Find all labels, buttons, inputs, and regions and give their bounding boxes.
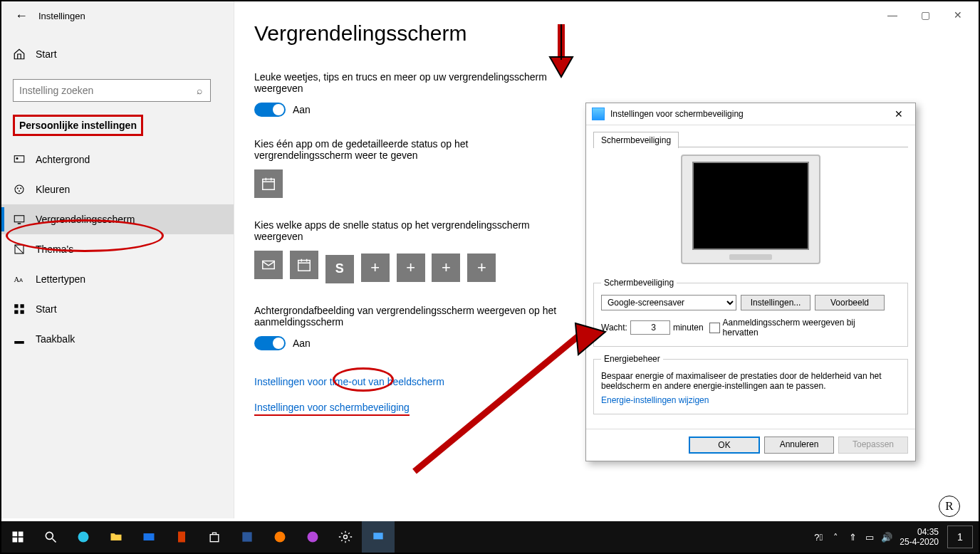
search-box[interactable]: ⌕ xyxy=(13,79,211,102)
svg-rect-13 xyxy=(14,310,18,314)
taskbar-firefox[interactable] xyxy=(264,521,296,553)
timeout-link[interactable]: Instellingen voor time-out van beeldsche… xyxy=(254,376,444,387)
quick-app-calendar[interactable] xyxy=(290,251,318,279)
clock-date: 25-4-2020 xyxy=(900,537,939,547)
quick-app-add-3[interactable]: + xyxy=(432,254,460,282)
sidebar-item-label: Vergrendelingsscherm xyxy=(36,214,135,225)
screensaver-group: Schermbeveiliging Google-screensaver Ins… xyxy=(593,278,908,347)
wait-input[interactable] xyxy=(630,320,670,335)
nav-icon xyxy=(13,213,26,226)
svg-point-28 xyxy=(46,532,53,539)
minimize-button[interactable]: — xyxy=(876,4,909,26)
search-icon xyxy=(43,530,58,544)
sidebar-item-kleuren[interactable]: Kleuren xyxy=(1,174,234,204)
sidebar-item-label: Lettertypen xyxy=(36,273,85,285)
screensaver-settings-button[interactable]: Instellingen... xyxy=(741,295,810,310)
ok-button[interactable]: OK xyxy=(689,437,760,454)
screensaver-link[interactable]: Instellingen voor schermbeveiliging xyxy=(254,402,410,416)
system-tray[interactable]: ?⃝ ˄ ⇑ ▭ 🔊 xyxy=(810,532,895,543)
toggle-state: Aan xyxy=(293,104,311,115)
battery-icon[interactable]: ▭ xyxy=(861,532,878,543)
toggle-state: Aan xyxy=(293,338,311,349)
svg-rect-15 xyxy=(14,341,24,344)
sidebar-item-achtergrond[interactable]: Achtergrond xyxy=(1,145,234,174)
tips-label: Leuke weetjes, tips en trucs en meer op … xyxy=(254,71,568,94)
close-button[interactable]: ✕ xyxy=(942,4,974,26)
search-icon: ⌕ xyxy=(189,85,210,96)
calendar-icon xyxy=(261,176,276,192)
nav-icon xyxy=(13,333,26,345)
quick-app-add-2[interactable]: + xyxy=(397,254,425,282)
tab-screensaver[interactable]: Schermbeveiliging xyxy=(593,132,679,148)
word-icon xyxy=(240,530,254,544)
quick-app-mail[interactable] xyxy=(254,251,283,279)
help-icon[interactable]: ?⃝ xyxy=(810,532,827,543)
energy-text: Bespaar energie of maximaliseer de prest… xyxy=(601,371,900,391)
dialog-titlebar: Instellingen voor schermbeveiliging ✕ xyxy=(586,103,915,125)
back-button[interactable]: ← xyxy=(11,9,31,23)
tray-chevron-icon[interactable]: ˄ xyxy=(827,532,844,543)
clock-time: 04:35 xyxy=(900,527,939,537)
energy-group: Energiebeheer Bespaar energie of maximal… xyxy=(593,354,908,414)
quick-app-add-4[interactable]: + xyxy=(467,254,496,282)
dialog-title: Instellingen voor schermbeveiliging xyxy=(610,109,744,119)
cancel-button[interactable]: Annuleren xyxy=(764,437,834,454)
taskbar-clock[interactable]: 04:35 25-4-2020 xyxy=(900,527,939,547)
nav-icon xyxy=(13,303,26,315)
wait-label: Wacht: xyxy=(601,323,627,333)
svg-rect-34 xyxy=(242,532,251,541)
svg-rect-0 xyxy=(14,156,24,162)
sidebar-item-lettertypen[interactable]: AALettertypen xyxy=(1,264,234,294)
svg-point-36 xyxy=(308,532,318,543)
resume-checkbox[interactable] xyxy=(709,323,720,333)
quick-app-add-1[interactable]: + xyxy=(361,254,390,282)
search-button[interactable] xyxy=(34,521,67,553)
preview-button[interactable]: Voorbeeld xyxy=(815,295,885,310)
nav-icon: AA xyxy=(13,273,26,286)
tips-toggle[interactable]: Aan xyxy=(254,103,568,117)
search-input[interactable] xyxy=(14,85,189,96)
wifi-icon[interactable]: ⇑ xyxy=(844,532,861,543)
dialog-close-button[interactable]: ✕ xyxy=(888,108,909,120)
taskbar-word[interactable] xyxy=(231,521,264,553)
home-button[interactable]: Start xyxy=(1,42,234,66)
svg-point-3 xyxy=(17,188,19,189)
svg-point-1 xyxy=(16,157,19,160)
energy-link[interactable]: Energie-instellingen wijzigen xyxy=(601,395,709,405)
taskbar-screensaver[interactable] xyxy=(362,521,395,553)
taskbar-settings[interactable] xyxy=(329,521,362,553)
quick-app-skype[interactable]: S xyxy=(325,255,354,283)
sidebar-item-start[interactable]: Start xyxy=(1,294,234,324)
home-label: Start xyxy=(36,48,57,60)
taskbar-explorer[interactable] xyxy=(100,521,132,553)
sidebar-item-thema-s[interactable]: Thema's xyxy=(1,234,234,264)
taskbar-edge[interactable] xyxy=(67,521,100,553)
taskbar-office[interactable] xyxy=(165,521,198,553)
screensaver-dialog: Instellingen voor schermbeveiliging ✕ Sc… xyxy=(585,103,916,461)
category-label: Persoonlijke instellingen xyxy=(13,115,143,136)
start-button[interactable] xyxy=(1,521,34,553)
home-icon xyxy=(13,48,26,61)
volume-icon[interactable]: 🔊 xyxy=(878,532,895,543)
bg-label: Achtergrondafbeelding van vergrendelings… xyxy=(254,305,568,328)
sidebar-item-taakbalk[interactable]: Taakbalk xyxy=(1,324,234,354)
edge-icon xyxy=(76,530,90,544)
svg-rect-16 xyxy=(263,179,275,190)
screensaver-select[interactable]: Google-screensaver xyxy=(601,295,736,310)
apply-button[interactable]: Toepassen xyxy=(838,437,908,454)
taskbar-picasa[interactable] xyxy=(296,521,329,553)
bg-toggle[interactable]: Aan xyxy=(254,336,568,350)
nav-list: AchtergrondKleurenVergrendelingsschermTh… xyxy=(1,145,234,354)
taskbar-mail[interactable] xyxy=(132,521,165,553)
detailed-app-button[interactable] xyxy=(254,169,283,198)
taskbar-store[interactable] xyxy=(198,521,231,553)
gear-icon xyxy=(338,530,353,544)
notification-button[interactable]: 1 xyxy=(947,526,973,548)
maximize-button[interactable]: ▢ xyxy=(909,4,942,26)
svg-rect-31 xyxy=(144,533,155,540)
energy-legend: Energiebeheer xyxy=(601,354,663,364)
mail-icon xyxy=(142,530,156,544)
sidebar-item-vergrendelingsscherm[interactable]: Vergrendelingsscherm xyxy=(1,204,234,234)
svg-rect-33 xyxy=(210,535,219,542)
skype-icon: S xyxy=(335,261,344,276)
